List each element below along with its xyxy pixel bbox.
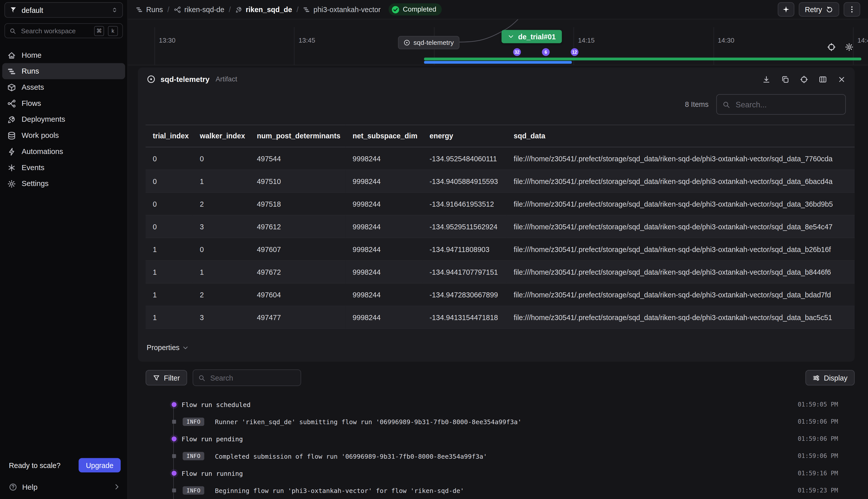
breadcrumb-label: phi3-oxtankah-vector bbox=[314, 5, 381, 14]
close-icon[interactable] bbox=[838, 75, 846, 83]
table-cell: file:///home/z30541/.prefect/storage/sqd… bbox=[507, 193, 855, 215]
table-cell: -134.94711808903 bbox=[422, 238, 507, 260]
upsell-text: Ready to scale? bbox=[9, 461, 60, 470]
sidebar-item-assets[interactable]: Assets bbox=[2, 79, 125, 95]
table-cell: file:///home/z30541/.prefect/storage/sqd… bbox=[507, 260, 855, 283]
subflow-run-bar[interactable] bbox=[424, 61, 572, 64]
sidebar-item-events[interactable]: Events bbox=[2, 159, 125, 176]
flow-run-bar[interactable] bbox=[424, 58, 861, 60]
column-header: walker_index bbox=[193, 125, 250, 147]
sidebar-item-help[interactable]: Help bbox=[9, 480, 121, 494]
check-circle-icon bbox=[391, 5, 399, 14]
table-cell: 497607 bbox=[250, 238, 345, 260]
run-timeline[interactable]: 13:3013:4514:0014:1514:3014:45 sqd-telem… bbox=[128, 20, 868, 65]
upgrade-button[interactable]: Upgrade bbox=[78, 458, 121, 472]
sidebar-item-deployments[interactable]: Deployments bbox=[2, 111, 125, 127]
log-entry-row: INFORunner 'riken_sqd_de' submitting flo… bbox=[138, 413, 855, 430]
status-label: Completed bbox=[403, 5, 436, 13]
events-icon bbox=[7, 163, 16, 172]
cmd-key: ⌘ bbox=[94, 26, 104, 36]
sidebar-item-settings[interactable]: Settings bbox=[2, 176, 125, 192]
artifact-type-label: Artifact bbox=[215, 75, 237, 83]
focus-icon[interactable] bbox=[800, 75, 808, 83]
table-cell: 9998244 bbox=[345, 147, 422, 170]
columns-icon[interactable] bbox=[819, 75, 827, 83]
sidebar-item-runs[interactable]: Runs bbox=[2, 63, 125, 80]
display-button[interactable]: Display bbox=[806, 370, 855, 386]
sidebar-item-work-pools[interactable]: Work pools bbox=[2, 127, 125, 143]
task-count-badge[interactable]: 6 bbox=[542, 48, 550, 56]
table-cell: 1 bbox=[193, 260, 250, 283]
copy-icon[interactable] bbox=[781, 75, 790, 83]
header-actions: Retry bbox=[778, 2, 860, 17]
download-icon[interactable] bbox=[762, 75, 770, 83]
breadcrumb-item[interactable]: riken-sqd-de bbox=[174, 5, 224, 14]
state-dot-icon bbox=[172, 471, 176, 476]
selected-node-label: de_trial#01 bbox=[518, 33, 556, 41]
sidebar-item-home[interactable]: Home bbox=[2, 47, 125, 63]
table-cell: 497477 bbox=[250, 306, 345, 329]
sidebar-item-label: Home bbox=[22, 51, 41, 59]
sidebar-item-label: Deployments bbox=[22, 115, 65, 123]
log-marker-icon bbox=[172, 420, 176, 424]
table-row: 124976049998244-134.9472830667899file://… bbox=[146, 283, 855, 306]
recenter-icon[interactable] bbox=[827, 42, 836, 51]
log-marker-icon bbox=[172, 454, 176, 458]
flows-icon bbox=[7, 99, 16, 108]
items-count: 8 Items bbox=[685, 100, 709, 109]
more-menu-button[interactable] bbox=[844, 2, 860, 17]
column-header: num_post_determinants bbox=[250, 125, 345, 147]
sparkle-icon bbox=[782, 5, 790, 13]
log-message: Flow run scheduled bbox=[182, 401, 251, 409]
log-timestamp: 01:59:06 PM bbox=[798, 435, 838, 442]
table-cell: 1 bbox=[146, 260, 193, 283]
artifact-search[interactable] bbox=[716, 94, 846, 115]
properties-toggle[interactable]: Properties bbox=[147, 343, 189, 352]
table-cell: 0 bbox=[146, 170, 193, 193]
timeline-node-de-trial[interactable]: de_trial#01 bbox=[501, 30, 562, 43]
chevron-down-icon bbox=[182, 344, 189, 351]
table-cell: 9998244 bbox=[345, 283, 422, 306]
table-cell: 3 bbox=[193, 306, 250, 329]
workspace-search[interactable]: ⌘ k bbox=[4, 23, 123, 38]
task-count-badge[interactable]: 12 bbox=[571, 48, 579, 56]
table-cell: 1 bbox=[146, 238, 193, 260]
table-cell: file:///home/z30541/.prefect/storage/sqd… bbox=[507, 238, 855, 260]
main-content: Runs/riken-sqd-de/riken_sqd_de/phi3-oxta… bbox=[128, 0, 868, 499]
table-cell: 497604 bbox=[250, 283, 345, 306]
artifact-table: trial_indexwalker_indexnum_post_determin… bbox=[146, 124, 855, 329]
table-cell: 2 bbox=[193, 283, 250, 306]
breadcrumb-item[interactable]: Runs bbox=[136, 5, 163, 14]
sidebar-item-flows[interactable]: Flows bbox=[2, 95, 125, 111]
timeline-node-sqd-telemetry[interactable]: sqd-telemetry bbox=[398, 36, 459, 49]
log-list: Flow run scheduled01:59:05 PMINFORunner … bbox=[138, 396, 855, 499]
breadcrumb-item[interactable]: phi3-oxtankah-vector bbox=[303, 5, 381, 14]
breadcrumb-item[interactable]: riken_sqd_de bbox=[235, 5, 292, 14]
timeline-settings-icon[interactable] bbox=[845, 42, 854, 51]
artifact-search-input[interactable] bbox=[734, 99, 840, 109]
sidebar-item-automations[interactable]: Automations bbox=[2, 143, 125, 159]
table-cell: 0 bbox=[146, 147, 193, 170]
table-cell: -134.9405884915593 bbox=[422, 170, 507, 193]
page-header: Runs/riken-sqd-de/riken_sqd_de/phi3-oxta… bbox=[128, 0, 868, 20]
table-cell: 1 bbox=[146, 306, 193, 329]
workspace-search-input[interactable] bbox=[20, 26, 90, 35]
logs-search[interactable] bbox=[193, 369, 301, 386]
timeline-tick-label: 13:30 bbox=[159, 37, 176, 44]
task-count-badge[interactable]: 32 bbox=[513, 48, 521, 56]
display-label: Display bbox=[824, 374, 847, 382]
deployments-icon bbox=[7, 115, 16, 124]
table-header-row: trial_indexwalker_indexnum_post_determin… bbox=[146, 125, 855, 147]
ai-sparkle-button[interactable] bbox=[778, 2, 794, 17]
retry-button[interactable]: Retry bbox=[799, 2, 839, 17]
upsell-banner: Ready to scale? Upgrade bbox=[9, 458, 121, 472]
logs-search-input[interactable] bbox=[209, 373, 296, 382]
timeline-tick-label: 14:30 bbox=[718, 37, 734, 44]
table-cell: 497518 bbox=[250, 193, 345, 215]
table-cell: 497544 bbox=[250, 147, 345, 170]
log-level-badge: INFO bbox=[183, 452, 204, 460]
table-cell: file:///home/z30541/.prefect/storage/sqd… bbox=[507, 215, 855, 238]
table-cell: -134.9525484060111 bbox=[422, 147, 507, 170]
filter-button[interactable]: Filter bbox=[146, 370, 187, 386]
workspace-selector[interactable]: default bbox=[4, 2, 123, 18]
